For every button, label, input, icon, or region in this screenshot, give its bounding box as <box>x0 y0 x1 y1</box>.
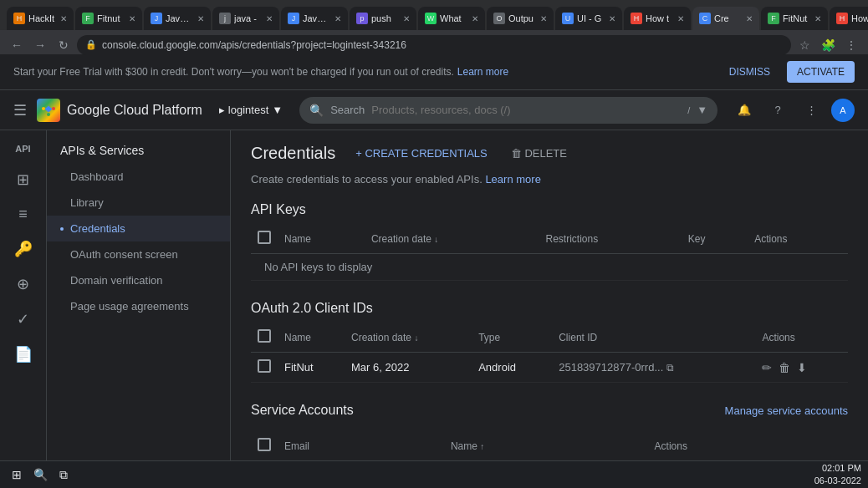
nav-item-label: Credentials <box>70 222 125 235</box>
left-nav-item-oauth[interactable]: OAuth consent screen <box>47 241 230 267</box>
oauth-checkbox-header[interactable] <box>251 323 278 353</box>
tab-close[interactable]: ✕ <box>266 14 273 23</box>
tab-java2[interactable]: j java - ✕ <box>212 7 279 30</box>
sa-email-header[interactable]: Email <box>278 431 444 461</box>
api-keys-checkbox-header[interactable] <box>251 224 278 254</box>
bookmark-button[interactable]: ☆ <box>794 35 814 55</box>
library-icon: ≡ <box>18 206 28 223</box>
download-icon[interactable]: ⬇ <box>797 361 807 374</box>
tab-fitnut[interactable]: F Fitnut ✕ <box>75 7 142 30</box>
api-keys-restrictions-header[interactable]: Restrictions <box>539 224 682 254</box>
nav-dot <box>60 253 64 257</box>
extensions-button[interactable]: 🧩 <box>818 35 838 55</box>
tab-close[interactable]: ✕ <box>129 14 135 23</box>
tab-close[interactable]: ✕ <box>472 14 478 23</box>
sidebar-item-library[interactable]: ≡ <box>0 199 46 230</box>
dismiss-button[interactable]: DISMISS <box>722 66 777 78</box>
tab-java3[interactable]: J Java Cl ✕ <box>281 7 348 30</box>
copy-icon[interactable]: ⧉ <box>666 362 674 374</box>
tab-close[interactable]: ✕ <box>677 14 684 23</box>
api-keys-key-header[interactable]: Key <box>682 224 748 254</box>
sa-name-header[interactable]: Name ↑ <box>444 431 648 461</box>
tab-push1[interactable]: p push ✕ <box>350 7 416 30</box>
search-bar[interactable]: 🔍 Search / ▼ <box>299 97 717 124</box>
oauth-client-id-label: Client ID <box>559 332 597 343</box>
oauth-row-checkbox-cell[interactable] <box>251 353 278 383</box>
address-bar[interactable]: 🔒 console.cloud.google.com/apis/credenti… <box>77 35 791 55</box>
api-keys-creation-header[interactable]: Creation date ↓ <box>365 224 539 254</box>
sa-checkbox-header[interactable] <box>251 431 278 461</box>
task-view[interactable]: ⧉ <box>54 465 74 485</box>
oauth-type-header[interactable]: Type <box>472 323 552 353</box>
taskbar: ⊞ 🔍 ⧉ 02:01 PM 06-03-2022 <box>0 460 868 488</box>
tab-hackIt[interactable]: H HackIt ✕ <box>7 7 74 30</box>
svg-point-0 <box>47 113 50 116</box>
sidebar-item-dashboard[interactable]: ⊞ <box>0 164 46 196</box>
tab-close[interactable]: ✕ <box>403 14 410 23</box>
delete-row-icon[interactable]: 🗑 <box>779 361 790 374</box>
tab-close[interactable]: ✕ <box>197 14 204 23</box>
tab-what[interactable]: W What ✕ <box>418 7 485 30</box>
sidebar-item-oauth[interactable]: ⊕ <box>0 268 46 300</box>
notifications-button[interactable]: 🔔 <box>731 97 758 124</box>
tab-ui[interactable]: U UI - G ✕ <box>555 7 622 30</box>
tab-how2[interactable]: H How t ✕ <box>830 7 868 30</box>
tab-close[interactable]: ✕ <box>814 14 821 23</box>
sa-select-all[interactable] <box>258 438 271 451</box>
oauth-row-checkbox[interactable] <box>258 359 271 373</box>
tab-favicon: C <box>699 13 711 24</box>
api-keys-select-all[interactable] <box>258 231 271 244</box>
oauth-name-header[interactable]: Name <box>278 323 345 353</box>
tab-close[interactable]: ✕ <box>609 14 615 23</box>
content-area: Credentials + CREATE CREDENTIALS 🗑 DELET… <box>231 130 868 488</box>
settings-button[interactable]: ⋮ <box>798 97 825 124</box>
api-keys-empty-row: No API keys to display <box>251 254 848 281</box>
left-nav-item-dashboard[interactable]: Dashboard <box>47 164 230 190</box>
main-layout: API ⊞ ≡ 🔑 ⊕ ✓ 📄 APIs & Services Dashboar… <box>0 130 868 488</box>
tab-fitnut2[interactable]: F FitNut ✕ <box>761 7 828 30</box>
sidebar-item-api[interactable]: API <box>0 137 46 160</box>
tab-close[interactable]: ✕ <box>746 14 753 23</box>
left-nav-item-page[interactable]: Page usage agreements <box>47 293 230 319</box>
tab-java1[interactable]: J Java Cl ✕ <box>144 7 211 30</box>
api-keys-name-header[interactable]: Name <box>278 224 365 254</box>
api-keys-section: API Keys Name Creation date ↓ <box>251 202 848 281</box>
activate-button[interactable]: ACTIVATE <box>787 61 855 83</box>
left-nav-item-library[interactable]: Library <box>47 190 230 216</box>
create-credentials-button[interactable]: + CREATE CREDENTIALS <box>349 144 494 163</box>
help-button[interactable]: ? <box>764 97 791 124</box>
learn-more-link[interactable]: Learn more <box>485 173 540 186</box>
tab-credentials[interactable]: C Cre ✕ <box>692 7 759 30</box>
tab-close[interactable]: ✕ <box>334 14 341 23</box>
project-selector[interactable]: ▸ logintest ▼ <box>212 100 289 119</box>
manage-service-accounts-link[interactable]: Manage service accounts <box>725 404 848 417</box>
menu-button[interactable]: ⋮ <box>841 35 861 55</box>
oauth-creation-header[interactable]: Creation date ↓ <box>345 323 472 353</box>
edit-icon[interactable]: ✏ <box>762 361 772 374</box>
sidebar-item-domain[interactable]: ✓ <box>0 303 46 335</box>
toolbar: + CREATE CREDENTIALS 🗑 DELETE <box>349 144 574 163</box>
back-button[interactable]: ← <box>7 35 27 55</box>
tab-output[interactable]: O Outpu ✕ <box>487 7 554 30</box>
learn-more-link[interactable]: Learn more <box>457 66 508 78</box>
oauth-client-id-header[interactable]: Client ID <box>552 323 755 353</box>
tab-close[interactable]: ✕ <box>540 14 547 23</box>
forward-button[interactable]: → <box>30 35 50 55</box>
project-dropdown-icon: ▼ <box>272 104 283 116</box>
reload-button[interactable]: ↻ <box>54 35 74 55</box>
search-input[interactable] <box>371 104 681 116</box>
oauth-select-all[interactable] <box>258 329 271 343</box>
oauth-type-label: Type <box>478 332 500 343</box>
delete-button[interactable]: 🗑 DELETE <box>504 144 574 163</box>
dropdown-icon: ▼ <box>697 104 707 116</box>
sidebar-item-credentials[interactable]: 🔑 <box>0 233 46 265</box>
left-nav-item-credentials[interactable]: Credentials <box>47 216 230 241</box>
search-taskbar[interactable]: 🔍 <box>30 465 50 485</box>
tab-how1[interactable]: H How t ✕ <box>624 7 691 30</box>
sidebar-item-page[interactable]: 📄 <box>0 338 46 370</box>
tab-close[interactable]: ✕ <box>60 14 67 23</box>
left-nav-item-domain[interactable]: Domain verification <box>47 267 230 293</box>
start-button[interactable]: ⊞ <box>7 465 27 485</box>
avatar[interactable]: A <box>831 99 855 122</box>
hamburger-menu[interactable]: ☰ <box>13 101 27 119</box>
